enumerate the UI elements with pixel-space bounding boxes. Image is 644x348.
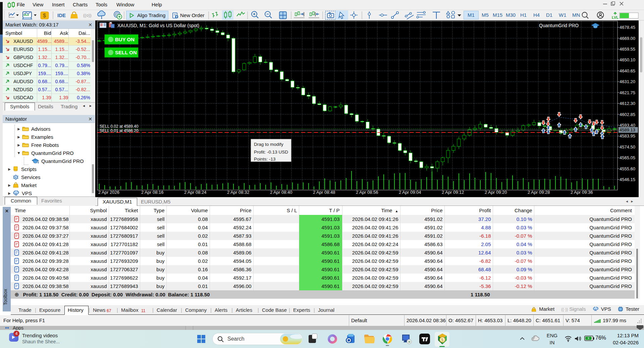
svg-text:✕: ✕	[408, 340, 411, 344]
svg-text:4640.65: 4640.65	[620, 68, 635, 73]
svg-text:Drag to modify: Drag to modify	[254, 142, 283, 147]
svg-text:SELL 0.02 at 4589.40: SELL 0.02 at 4589.40	[100, 124, 139, 129]
svg-text:4593.40: 4593.40	[620, 123, 635, 128]
svg-text:4574.50: 4574.50	[620, 144, 635, 150]
svg-text:SELL ON: SELL ON	[115, 50, 137, 55]
svg-text:4631.20: 4631.20	[620, 79, 635, 84]
svg-text:Points: -13: Points: -13	[254, 157, 276, 162]
svg-text:IDE: IDE	[57, 12, 66, 18]
svg-text:4659.55: 4659.55	[620, 47, 635, 52]
svg-text:((o)): ((o))	[83, 13, 92, 18]
svg-text:XAUUSD, M1: Gold vs US Dollar: XAUUSD, M1: Gold vs US Dollar (spot)	[117, 23, 199, 28]
svg-text:2 Apr 09:36: 2 Apr 09:36	[571, 190, 593, 195]
svg-text:4546.15: 4546.15	[620, 177, 635, 182]
svg-text:2 Apr 08:56: 2 Apr 08:56	[356, 190, 378, 195]
svg-text:4678.45: 4678.45	[620, 25, 635, 30]
svg-text:4669.00: 4669.00	[620, 36, 635, 41]
svg-text:4612.30: 4612.30	[620, 101, 635, 106]
svg-text:2 Apr 08:24: 2 Apr 08:24	[184, 190, 207, 195]
svg-text:LVL: LVL	[612, 15, 619, 19]
svg-text:2 Apr 09:20: 2 Apr 09:20	[485, 190, 507, 195]
svg-text:2 Apr 08:32: 2 Apr 08:32	[227, 190, 250, 195]
svg-text:QuantumGrid PRO: QuantumGrid PRO	[539, 23, 579, 28]
svg-text:4583.95: 4583.95	[620, 133, 635, 138]
svg-text:4565.05: 4565.05	[620, 155, 635, 160]
svg-text:SELL 0.01 at 4586.20: SELL 0.01 at 4586.20	[100, 128, 139, 133]
svg-text:Profit: -0.13 USD: Profit: -0.13 USD	[254, 150, 288, 155]
svg-text:4555.60: 4555.60	[620, 166, 635, 171]
svg-text:$: $	[43, 13, 46, 18]
svg-text:2 Apr 08:40: 2 Apr 08:40	[270, 190, 292, 195]
svg-text:2 Apr 08:48: 2 Apr 08:48	[313, 190, 335, 195]
svg-text:4650.10: 4650.10	[620, 57, 635, 62]
svg-text:2 Apr 09:12: 2 Apr 09:12	[442, 190, 464, 195]
svg-text:4621.75: 4621.75	[620, 90, 635, 95]
svg-text:2 Apr 2026: 2 Apr 2026	[98, 190, 119, 195]
svg-text:5: 5	[441, 338, 444, 342]
svg-text:2 Apr 09:04: 2 Apr 09:04	[399, 190, 421, 195]
svg-text:4602.85: 4602.85	[620, 112, 635, 117]
svg-text:2 Apr 08:16: 2 Apr 08:16	[141, 190, 164, 195]
svg-text:2 Apr 09:28: 2 Apr 09:28	[528, 190, 550, 195]
svg-text:4589.13: 4589.13	[620, 127, 635, 132]
svg-text:BUY ON: BUY ON	[115, 37, 135, 42]
